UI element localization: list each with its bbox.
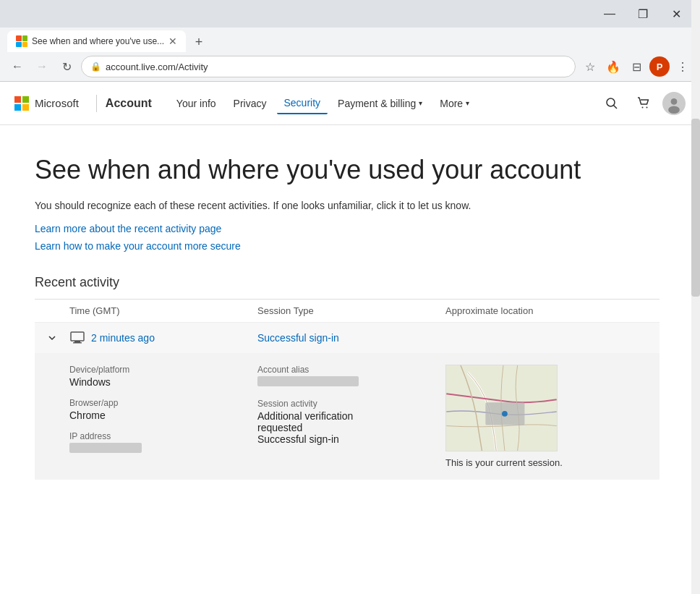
ms-logo-grid (14, 96, 29, 111)
col-time-header: Time (GMT) (69, 305, 257, 316)
svg-point-0 (607, 98, 615, 106)
user-avatar-icon (664, 93, 684, 114)
ip-label: IP address (69, 431, 243, 441)
session-type-link[interactable]: Successful sign-in (257, 332, 339, 344)
col-session-header: Session Type (257, 305, 445, 316)
tab-bar: See when and where you've use... ✕ + (0, 27, 700, 52)
computer-icon (69, 330, 85, 346)
favicon-q3 (16, 42, 22, 48)
device-detail-col: Device/platform Windows Browser/app Chro… (69, 365, 257, 468)
learn-more-link[interactable]: Learn more about the recent activity pag… (35, 223, 660, 234)
svg-rect-8 (74, 341, 80, 342)
cart-button[interactable] (631, 90, 657, 116)
svg-rect-7 (71, 332, 84, 341)
back-button[interactable]: ← (7, 56, 27, 77)
session-time[interactable]: 2 minutes ago (91, 332, 155, 344)
chevron-down-icon: ▾ (419, 99, 422, 107)
cart-icon (637, 97, 650, 110)
scrollbar-thumb[interactable] (691, 119, 700, 297)
nav-privacy[interactable]: Privacy (226, 93, 274, 114)
scrollbar-track[interactable] (691, 0, 700, 594)
microsoft-logo: Microsoft (14, 96, 79, 111)
restore-button[interactable]: ❐ (626, 2, 660, 25)
close-button[interactable]: ✕ (660, 2, 693, 25)
logo-blue (14, 104, 21, 111)
tab-favicon (16, 35, 27, 47)
col-expand (35, 305, 69, 316)
main-content: See when and where you've used your acco… (0, 125, 694, 509)
page-content: Microsoft Account Your info Privacy Secu… (0, 82, 700, 509)
forward-button[interactable]: → (32, 56, 52, 77)
device-platform-value: Windows (69, 376, 243, 388)
svg-point-6 (668, 106, 680, 114)
active-tab[interactable]: See when and where you've use... ✕ (7, 30, 186, 52)
favicon-q1 (16, 35, 22, 41)
learn-secure-link[interactable]: Learn how to make your account more secu… (35, 240, 660, 252)
svg-rect-9 (73, 342, 82, 344)
map-col: This is your current session. (445, 365, 648, 468)
page-title: See when and where you've used your acco… (35, 154, 660, 185)
refresh-button[interactable]: ↻ (56, 56, 77, 77)
nav-payment-billing[interactable]: Payment & billing ▾ (330, 93, 430, 114)
session-activity-label: Session activity (257, 399, 431, 409)
nav-links: Your info Privacy Security Payment & bil… (169, 93, 599, 114)
window-controls: — ❐ ✕ (593, 2, 693, 25)
title-bar: — ❐ ✕ (0, 0, 700, 27)
browser-frame: — ❐ ✕ See when and where you've use... ✕… (0, 0, 700, 82)
nav-brand: Account (106, 97, 152, 110)
location-map (445, 365, 558, 451)
fire-button[interactable]: 🔥 (603, 56, 623, 77)
nav-actions (599, 90, 686, 116)
session-activity-line1: Additional verification (257, 410, 431, 422)
session-detail-col: Account alias Session activity Additiona… (257, 365, 445, 468)
navigation-bar: Microsoft Account Your info Privacy Secu… (0, 82, 700, 125)
recent-activity-title: Recent activity (35, 275, 660, 290)
chevron-down-icon-more: ▾ (466, 99, 469, 107)
session-activity-line2: requested (257, 422, 431, 433)
search-icon (605, 97, 618, 110)
user-avatar-button[interactable] (662, 92, 686, 115)
expand-button[interactable] (35, 334, 69, 342)
svg-point-2 (642, 106, 644, 108)
minimize-button[interactable]: — (593, 2, 626, 25)
map-note: This is your current session. (445, 457, 563, 468)
logo-yellow (22, 104, 29, 111)
col-location-header: Approximate location (445, 305, 660, 316)
profile-button[interactable]: P (649, 56, 670, 77)
tab-title: See when and where you've use... (32, 36, 164, 46)
browser-value: Chrome (69, 410, 243, 421)
svg-line-1 (614, 105, 618, 109)
favorites-button[interactable]: ☆ (580, 56, 600, 77)
activity-detail: Device/platform Windows Browser/app Chro… (35, 353, 660, 480)
nav-security[interactable]: Security (277, 93, 328, 114)
nav-more[interactable]: More ▾ (432, 93, 477, 114)
favicon-q4 (22, 42, 28, 48)
svg-point-3 (646, 106, 648, 108)
map-svg (446, 365, 557, 451)
chevron-down-icon-row (48, 334, 56, 342)
url-text: account.live.com/Activity (106, 61, 566, 72)
svg-point-12 (502, 411, 508, 417)
logo-green (22, 96, 29, 103)
collections-button[interactable]: ⊟ (626, 56, 646, 77)
search-button[interactable] (599, 90, 625, 116)
page-description: You should recognize each of these recen… (35, 200, 660, 211)
activity-row-summary[interactable]: 2 minutes ago Successful sign-in (35, 323, 660, 353)
tab-close-icon[interactable]: ✕ (168, 36, 177, 46)
address-actions: ☆ 🔥 ⊟ P ⋮ (580, 56, 693, 77)
browser-label: Browser/app (69, 398, 243, 408)
table-header: Time (GMT) Session Type Approximate loca… (35, 300, 660, 323)
account-alias-blurred (257, 376, 359, 386)
new-tab-button[interactable]: + (189, 32, 209, 52)
menu-button[interactable]: ⋮ (673, 56, 693, 77)
device-icon (69, 330, 85, 346)
nav-your-info[interactable]: Your info (169, 93, 223, 114)
device-platform-label: Device/platform (69, 365, 243, 375)
session-activity-line3: Successful sign-in (257, 433, 431, 445)
url-bar[interactable]: 🔒 account.live.com/Activity (81, 56, 576, 77)
nav-divider (96, 95, 97, 112)
svg-point-5 (671, 98, 678, 105)
lock-icon: 🔒 (90, 61, 101, 72)
address-bar: ← → ↻ 🔒 account.live.com/Activity ☆ 🔥 ⊟ … (0, 52, 700, 81)
favicon-q2 (22, 35, 28, 41)
